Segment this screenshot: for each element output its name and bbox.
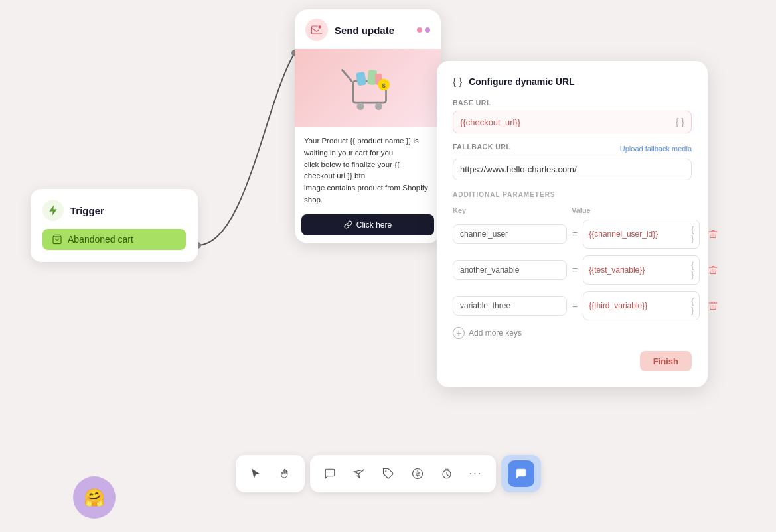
base-url-input-wrapper[interactable]: { } (453, 111, 692, 133)
toolbar-group-1 (236, 455, 305, 492)
param-code-icon-0: { } (691, 225, 694, 243)
svg-point-5 (357, 103, 364, 110)
svg-text:$: $ (382, 82, 386, 89)
more-dots: ··· (469, 468, 482, 480)
toolbar: ··· (233, 455, 544, 492)
param-val-wrapper-2[interactable]: { } (583, 291, 700, 320)
base-url-input[interactable] (460, 117, 672, 127)
trigger-title: Trigger (70, 205, 104, 216)
delete-param-btn-1[interactable] (705, 262, 721, 278)
param-key-input-1[interactable] (453, 260, 567, 280)
hand-tool-button[interactable] (272, 460, 298, 487)
upload-fallback-link[interactable]: Upload fallback media (620, 145, 692, 153)
toolbar-group-3 (501, 455, 541, 492)
base-url-label: BASE URL (453, 99, 692, 107)
add-more-keys[interactable]: + Add more keys (453, 327, 692, 339)
fallback-url-input[interactable] (460, 165, 684, 174)
key-col-label: Key (453, 206, 552, 214)
param-val-input-1[interactable] (589, 265, 688, 275)
finish-button[interactable]: Finish (640, 351, 692, 371)
equals-2: = (572, 300, 578, 311)
param-rows: = { } = { } (453, 220, 692, 320)
param-val-input-0[interactable] (589, 230, 688, 239)
send-update-card: Send update $ Your Product {{ product na… (295, 9, 441, 243)
toolbar-group-2: ··· (310, 455, 496, 492)
trigger-card: Trigger Abandoned cart (31, 189, 198, 262)
config-icon: { } (453, 76, 462, 87)
payment-tool-button[interactable] (404, 460, 431, 487)
param-row: = { } (453, 220, 692, 249)
send-dots (417, 27, 430, 33)
send-icon (305, 19, 328, 41)
additional-params-label: ADDITIONAL PARAMETERS (453, 191, 692, 198)
svg-point-6 (375, 103, 382, 110)
add-more-label: Add more keys (469, 328, 522, 338)
param-val-input-2[interactable] (589, 301, 688, 310)
svg-rect-7 (356, 72, 366, 86)
dot-2 (425, 27, 430, 33)
param-row: = { } (453, 255, 692, 285)
bottom-avatar: 🤗 (73, 476, 116, 519)
delete-param-btn-0[interactable] (705, 226, 721, 242)
param-key-input-0[interactable] (453, 224, 567, 244)
trigger-header: Trigger (42, 200, 186, 221)
dot-1 (417, 27, 422, 33)
svg-point-12 (385, 470, 386, 472)
base-url-field: BASE URL { } (453, 99, 692, 133)
more-tool-button[interactable]: ··· (463, 460, 489, 487)
equals-1: = (572, 265, 578, 275)
avatar-emoji: 🤗 (84, 488, 105, 508)
config-panel-title: Configure dynamic URL (469, 76, 574, 87)
cursor-tool-button[interactable] (242, 460, 269, 487)
trigger-badge[interactable]: Abandoned cart (42, 229, 186, 250)
param-code-icon-1: { } (691, 261, 694, 279)
product-image: $ (295, 49, 441, 127)
config-panel: { } Configure dynamic URL BASE URL { } F… (437, 61, 708, 387)
tag-tool-button[interactable] (375, 460, 402, 487)
fallback-url-field: Fallback URL Upload fallback media (453, 143, 692, 180)
equals-0: = (572, 229, 578, 239)
send-update-title: Send update (335, 25, 394, 36)
param-key-input-2[interactable] (453, 296, 567, 316)
cta-label: Click here (356, 220, 392, 230)
announce-tool-button[interactable] (346, 460, 372, 487)
send-body-text: Your Product {{ product name }} is waiti… (295, 127, 441, 214)
comment-tool-button[interactable] (317, 460, 343, 487)
send-update-header: Send update (295, 9, 441, 49)
fallback-row: Fallback URL Upload fallback media (453, 143, 692, 155)
param-val-wrapper-0[interactable]: { } (583, 220, 700, 249)
chat-active-button[interactable] (508, 460, 534, 487)
value-col-label: Value (572, 206, 670, 214)
delete-param-btn-2[interactable] (705, 298, 721, 314)
timer-tool-button[interactable] (433, 460, 460, 487)
abandoned-cart-label: Abandoned cart (68, 234, 133, 245)
fallback-url-input-wrapper[interactable] (453, 159, 692, 180)
param-code-icon-2: { } (691, 297, 694, 315)
trigger-icon (42, 200, 64, 221)
add-icon: + (453, 327, 465, 339)
param-row: = { } (453, 291, 692, 320)
fallback-url-label: Fallback URL (453, 143, 510, 151)
send-cta-button[interactable]: Click here (301, 214, 434, 235)
svg-point-3 (318, 25, 321, 29)
code-icon: { } (676, 117, 684, 127)
config-panel-header: { } Configure dynamic URL (453, 76, 692, 87)
param-val-wrapper-1[interactable]: { } (583, 255, 700, 285)
